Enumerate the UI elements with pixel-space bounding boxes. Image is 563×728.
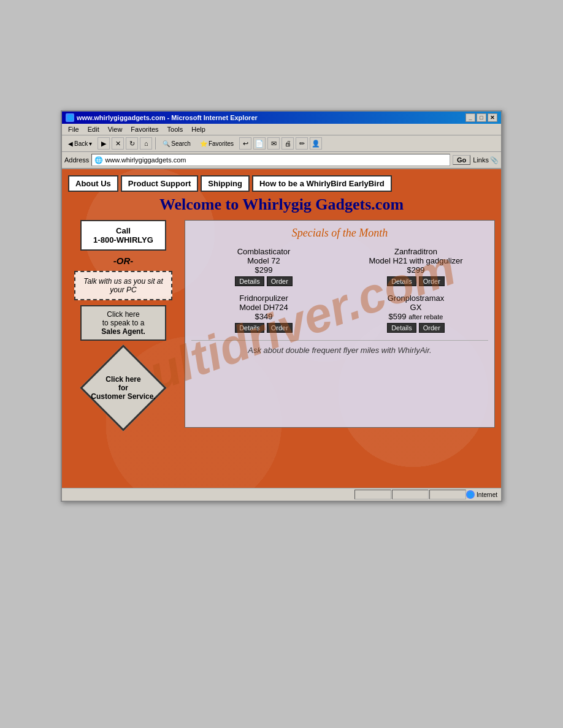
address-label: Address — [64, 156, 89, 164]
nav-shipping[interactable]: Shipping — [201, 175, 250, 192]
favorites-button[interactable]: ⭐ Favorites — [196, 138, 237, 149]
browser-window: 🌐 www.whirlygiggadgets.com - Microsoft I… — [61, 110, 502, 502]
search-icon: 🔍 — [163, 140, 170, 147]
menu-edit[interactable]: Edit — [84, 125, 103, 134]
print-button[interactable]: 🖨 — [282, 137, 294, 150]
talk-box: Talk with us as you sit at your PC — [74, 271, 172, 300]
maximize-button[interactable]: □ — [477, 113, 486, 122]
diamond-text: Click here for Customer Service. — [91, 375, 155, 401]
product-3-model: Model DH724 — [191, 303, 336, 312]
product-1-actions: Details Order — [191, 276, 336, 286]
sales-agent-bold: Sales Agent. — [101, 327, 145, 336]
product-3-name: Fridnorpulizer — [191, 294, 336, 303]
go-button[interactable]: Go — [453, 155, 470, 165]
toolbar: ◀ Back ▾ ▶ ✕ ↻ ⌂ 🔍 Search ⭐ Favorites ↩ … — [62, 135, 501, 152]
product-1-price: $299 — [191, 265, 336, 275]
webpage: multidriver.com About Us Product Support… — [62, 169, 501, 488]
product-4-price-suffix: after rebate — [408, 313, 443, 320]
edit-button[interactable]: ✏ — [296, 137, 308, 150]
sales-agent-line1: Click here — [88, 310, 159, 319]
menu-bar: File Edit View Favorites Tools Help — [62, 124, 501, 135]
product-2-actions: Details Order — [343, 276, 488, 286]
menu-favorites[interactable]: Favorites — [127, 125, 162, 134]
menu-view[interactable]: View — [104, 125, 126, 134]
product-4-details-button[interactable]: Details — [387, 323, 416, 333]
nav-earlybird[interactable]: How to be a WhirlyBird EarlyBird — [252, 175, 392, 192]
product-3: Fridnorpulizer Model DH724 $349 Details … — [191, 294, 336, 333]
specials-panel: Specials of the Month Comblasticator Mod… — [185, 220, 495, 428]
product-3-price: $349 — [191, 312, 336, 321]
menu-help[interactable]: Help — [188, 125, 209, 134]
title-bar: 🌐 www.whirlygiggadgets.com - Microsoft I… — [62, 112, 501, 124]
address-bar: Address 🌐 www.whirlygiggadgets.com Go Li… — [62, 152, 501, 169]
product-3-details-button[interactable]: Details — [235, 323, 264, 333]
specials-title: Specials of the Month — [191, 227, 488, 240]
product-2-name: Zanfraditron — [343, 247, 488, 256]
product-4-name: Gronplostramax — [343, 294, 488, 303]
promo-text: Ask about double frequent flyer miles wi… — [191, 340, 488, 355]
product-2-model: Model H21 with gadgulizer — [343, 256, 488, 265]
product-2-details-button[interactable]: Details — [387, 276, 416, 286]
menu-tools[interactable]: Tools — [164, 125, 187, 134]
window-title: www.whirlygiggadgets.com - Microsoft Int… — [77, 114, 258, 121]
nav-about-us[interactable]: About Us — [68, 175, 118, 192]
toolbar-separator-1 — [155, 137, 156, 150]
product-1: Comblasticator Model 72 $299 Details Ord… — [191, 247, 336, 286]
product-4-price: $599 after rebate — [343, 312, 488, 321]
customer-service-diamond[interactable]: Click here for Customer Service. — [83, 348, 163, 428]
back-button[interactable]: ◀ Back ▾ — [64, 138, 96, 149]
product-1-model: Model 72 — [191, 256, 336, 265]
product-1-order-button[interactable]: Order — [267, 276, 293, 286]
product-1-details-button[interactable]: Details — [235, 276, 264, 286]
sales-agent-button[interactable]: Click here to speak to a Sales Agent. — [80, 305, 166, 341]
product-2-order-button[interactable]: Order — [419, 276, 445, 286]
close-button[interactable]: ✕ — [488, 113, 497, 122]
product-4-actions: Details Order — [343, 323, 488, 333]
product-2-price: $299 — [343, 265, 488, 275]
back-dropdown-icon: ▾ — [89, 140, 92, 147]
url-icon: 🌐 — [94, 156, 103, 164]
menu-file[interactable]: File — [64, 125, 83, 134]
talk-text: Talk with us as you sit at your PC — [83, 277, 163, 294]
product-4-order-button[interactable]: Order — [419, 323, 445, 333]
internet-label: Internet — [477, 491, 497, 498]
home-button[interactable]: ⌂ — [140, 137, 152, 150]
call-box: Call 1-800-WHIRLYG — [80, 220, 166, 251]
status-internet: 🌐 Internet — [466, 490, 497, 499]
status-seg-2 — [392, 490, 429, 499]
status-segments — [354, 490, 466, 499]
product-3-actions: Details Order — [191, 323, 336, 333]
stop-button[interactable]: ✕ — [112, 137, 124, 150]
call-phone: 1-800-WHIRLYG — [89, 235, 158, 245]
minimize-button[interactable]: _ — [465, 113, 475, 122]
status-bar: 🌐 Internet — [62, 488, 501, 501]
nav-buttons: About Us Product Support Shipping How to… — [68, 175, 495, 192]
browser-icon: 🌐 — [66, 113, 74, 122]
favorites-icon: ⭐ — [200, 140, 207, 147]
search-button[interactable]: 🔍 Search — [159, 138, 194, 149]
product-1-name: Comblasticator — [191, 247, 336, 256]
product-2: Zanfraditron Model H21 with gadgulizer $… — [343, 247, 488, 286]
messenger-button[interactable]: 👤 — [310, 137, 322, 150]
call-label: Call — [89, 226, 158, 235]
nav-product-support[interactable]: Product Support — [121, 175, 199, 192]
left-sidebar: Call 1-800-WHIRLYG -OR- Talk with us as … — [68, 220, 178, 428]
products-grid: Comblasticator Model 72 $299 Details Ord… — [191, 247, 488, 333]
sales-agent-line2: to speak to a — [88, 319, 159, 327]
welcome-heading: Welcome to Whirlygig Gadgets.com — [68, 195, 495, 214]
mail-button[interactable]: ✉ — [267, 137, 280, 150]
forward-button[interactable]: ▶ — [98, 137, 110, 150]
product-4: Gronplostramax GX $599 after rebate Deta… — [343, 294, 488, 333]
internet-icon: 🌐 — [466, 490, 475, 499]
history-button[interactable]: 📄 — [253, 137, 266, 150]
main-content: Call 1-800-WHIRLYG -OR- Talk with us as … — [68, 220, 495, 428]
links-area: Links 📎 — [473, 156, 499, 164]
refresh-button[interactable]: ↻ — [126, 137, 138, 150]
status-seg-1 — [354, 490, 391, 499]
back-arrow-icon: ◀ — [68, 140, 73, 147]
address-input[interactable]: 🌐 www.whirlygiggadgets.com — [91, 154, 450, 166]
status-seg-3 — [429, 490, 466, 499]
media-button[interactable]: ↩ — [239, 137, 251, 150]
product-3-order-button[interactable]: Order — [267, 323, 293, 333]
product-4-model: GX — [343, 303, 488, 312]
